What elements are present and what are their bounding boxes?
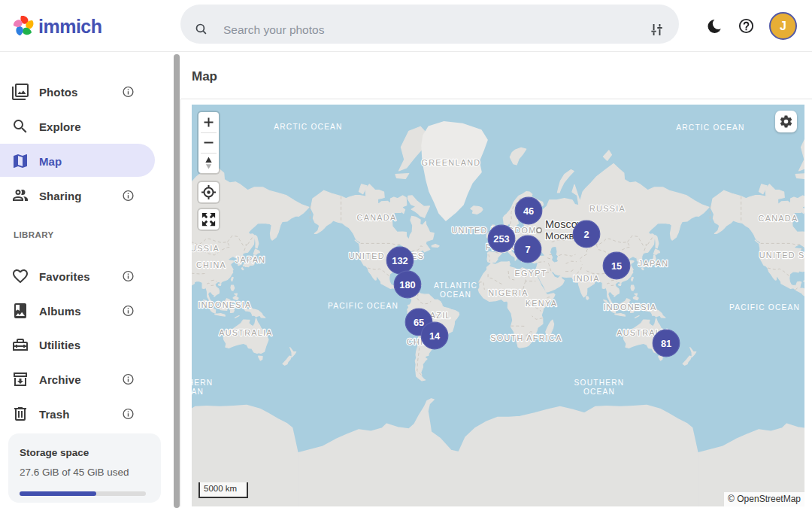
svg-text:CHINA: CHINA xyxy=(196,260,226,269)
svg-text:PACIFIC OCEAN: PACIFIC OCEAN xyxy=(729,303,800,312)
svg-text:2: 2 xyxy=(583,229,589,240)
svg-text:INDIA: INDIA xyxy=(573,274,599,283)
svg-text:CANADA: CANADA xyxy=(759,214,798,223)
svg-text:ATLANTIC: ATLANTIC xyxy=(434,281,477,290)
svg-text:GREENLAND: GREENLAND xyxy=(422,158,481,167)
svg-text:RUSSIA: RUSSIA xyxy=(192,244,220,253)
svg-text:65: 65 xyxy=(414,317,424,328)
svg-text:132: 132 xyxy=(392,255,408,266)
svg-text:EGYPT: EGYPT xyxy=(514,269,547,278)
svg-text:PACIFIC OCEAN: PACIFIC OCEAN xyxy=(328,302,398,310)
svg-text:JAPAN: JAPAN xyxy=(638,259,669,268)
svg-text:180: 180 xyxy=(399,279,415,290)
svg-text:ARCTIC OCEAN: ARCTIC OCEAN xyxy=(676,123,744,132)
svg-text:AUSTRALIA: AUSTRALIA xyxy=(219,328,273,337)
svg-text:RUSSIA: RUSSIA xyxy=(589,204,626,213)
svg-text:OCEAN: OCEAN xyxy=(192,388,204,396)
svg-text:15: 15 xyxy=(611,260,622,272)
svg-text:SOUTHERN: SOUTHERN xyxy=(574,379,625,387)
svg-text:81: 81 xyxy=(661,338,671,349)
svg-text:46: 46 xyxy=(523,205,534,217)
svg-text:INDONESIA: INDONESIA xyxy=(603,303,656,312)
svg-text:NIGERIA: NIGERIA xyxy=(488,288,529,297)
svg-text:OCEAN: OCEAN xyxy=(440,290,471,299)
svg-text:7: 7 xyxy=(525,244,530,255)
svg-text:JAPAN: JAPAN xyxy=(235,255,266,264)
svg-text:OCEAN: OCEAN xyxy=(583,388,615,396)
svg-text:SOUTHERN: SOUTHERN xyxy=(192,379,213,387)
svg-text:UNITED STATES: UNITED STATES xyxy=(759,251,804,260)
svg-text:INDONESIA: INDONESIA xyxy=(198,300,251,309)
svg-text:SOUTH AFRICA: SOUTH AFRICA xyxy=(490,333,562,342)
svg-text:14: 14 xyxy=(429,330,441,342)
svg-text:253: 253 xyxy=(493,233,509,245)
svg-text:CANADA: CANADA xyxy=(357,213,397,222)
svg-text:ARCTIC OCEAN: ARCTIC OCEAN xyxy=(274,123,342,131)
svg-text:KENYA: KENYA xyxy=(526,299,557,308)
